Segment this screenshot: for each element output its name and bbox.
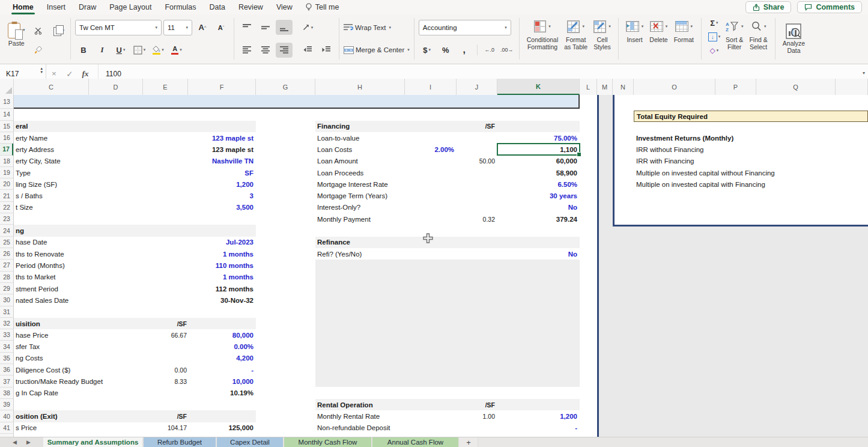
copy-button[interactable]: ▾ — [49, 23, 67, 38]
tabs-next-icon[interactable]: ▶ — [26, 439, 31, 445]
section-header-row-32[interactable]: uisition/SF — [14, 318, 256, 329]
sheet-row-20[interactable]: ling Size (SF)1,200 — [14, 178, 256, 190]
row-header-37[interactable]: 37 — [0, 376, 13, 387]
row-header-39[interactable]: 39 — [0, 399, 13, 410]
wrap-text-button[interactable]: Wrap Text — [355, 24, 386, 31]
font-size-select[interactable]: 11▾ — [163, 20, 192, 35]
row-header-23[interactable]: 23 — [0, 213, 13, 225]
row-header-19[interactable]: 19 — [0, 167, 13, 178]
row-header-40[interactable]: 40 — [0, 410, 13, 422]
format-as-table-button[interactable]: ▾ Format as Table — [561, 16, 590, 52]
tabs-previous-icon[interactable]: ◀ — [13, 439, 17, 445]
fill-color-button[interactable]: ▾ — [150, 43, 166, 58]
accounting-format-button[interactable]: $▾ — [419, 43, 436, 58]
column-header-M[interactable]: M — [597, 79, 613, 95]
column-header-O[interactable]: O — [634, 79, 715, 95]
row-header-21[interactable]: 21 — [0, 190, 13, 201]
tell-me[interactable]: Tell me — [299, 1, 345, 14]
title-band[interactable] — [14, 95, 580, 109]
row-header-17[interactable]: 17 — [0, 144, 13, 155]
row-header-36[interactable]: 36 — [0, 364, 13, 376]
menu-draw[interactable]: Draw — [72, 1, 103, 14]
comma-style-button[interactable]: , — [456, 43, 473, 58]
sheet-row-28[interactable]: ths to Market1 months — [14, 272, 256, 283]
sheet-row-41-mid[interactable]: Non-refundable Deposit- — [315, 422, 580, 434]
underline-button[interactable]: U▾ — [112, 43, 129, 58]
sheet-row-16-mid[interactable]: Loan-to-value75.00% — [315, 132, 580, 144]
sheet-row-38[interactable]: g In Cap Rate10.19% — [14, 388, 256, 399]
returns-line-row-16[interactable]: Investment Returns (Monthly) — [636, 132, 733, 144]
row-header-13[interactable]: 13 — [0, 95, 13, 109]
total-equity-required-box[interactable]: Total Equity Required — [634, 111, 868, 122]
sheet-tab-capex-detail[interactable]: Capex Detail — [217, 437, 283, 447]
column-header-G[interactable]: G — [256, 79, 315, 95]
align-top-button[interactable] — [238, 20, 255, 35]
sort-filter-button[interactable]: AZ ▾ Sort & Filter — [723, 16, 747, 52]
sheet-row-22[interactable]: t Size3,500 — [14, 202, 256, 213]
sheet-row-16[interactable]: erty Name123 maple st — [14, 132, 256, 144]
column-header-C[interactable]: C — [14, 79, 89, 95]
row-header-22[interactable]: 22 — [0, 202, 13, 213]
row-header-35[interactable]: 35 — [0, 353, 13, 364]
sheet-tab-refurb-budget[interactable]: Refurb Budget — [144, 437, 216, 447]
row-header-29[interactable]: 29 — [0, 283, 13, 294]
column-header-J[interactable]: J — [457, 79, 497, 95]
section-header-row-15[interactable]: eral — [14, 121, 256, 132]
borders-button[interactable]: ▾ — [131, 43, 148, 58]
sheet-row-20-mid[interactable]: Mortgage Interest Rate6.50% — [315, 178, 580, 190]
font-color-button[interactable]: A ▾ — [168, 43, 185, 58]
row-header-33[interactable]: 33 — [0, 329, 13, 341]
shrink-font-button[interactable]: Aˇ — [213, 20, 229, 35]
sheet-tab-summary-and-assumptions[interactable]: Summary and Assumptions — [43, 437, 142, 447]
row-header-25[interactable]: 25 — [0, 237, 13, 248]
row-header-41[interactable]: 41 — [0, 422, 13, 434]
section-header-row-39-mid[interactable]: Rental Operation/SF — [315, 399, 580, 410]
paste-dropdown-icon[interactable]: ▾ — [23, 28, 25, 32]
row-header-15[interactable]: 15 — [0, 121, 13, 132]
menu-home[interactable]: Home — [6, 1, 40, 14]
sheet-row-25[interactable]: hase DateJul-2023 — [14, 237, 256, 248]
align-left-button[interactable] — [238, 43, 255, 58]
selected-cell-K17[interactable] — [497, 143, 580, 156]
section-header-row-24[interactable]: ng — [14, 225, 256, 236]
row-header-38[interactable]: 38 — [0, 388, 13, 399]
menu-page-layout[interactable]: Page Layout — [103, 1, 158, 14]
orientation-button[interactable]: ▾ — [299, 20, 316, 35]
formula-bar-expand-icon[interactable]: ▾ — [863, 70, 865, 76]
column-header-D[interactable]: D — [89, 79, 143, 95]
sheet-row-40-mid[interactable]: Monthly Rental Rate1.001,200 — [315, 410, 580, 422]
sheet-row-18[interactable]: erty City, StateNashville TN — [14, 156, 256, 167]
sheet-row-37[interactable]: truction/Make Ready Budget8.3310,000 — [14, 376, 256, 387]
sheet-row-18-mid[interactable]: Loan Amount50.0060,000 — [315, 156, 580, 167]
enter-button[interactable]: ✓ — [62, 69, 77, 79]
sheet-row-23-mid[interactable]: Monthly Payment0.32379.24 — [315, 213, 580, 225]
italic-button[interactable]: I — [94, 43, 111, 58]
sheet-row-36[interactable]: Diligence Cost ($)0.00- — [14, 364, 256, 376]
merge-center-button[interactable]: Merge & Center — [356, 46, 404, 53]
sheet-row-29[interactable]: stment Period112 months — [14, 283, 256, 294]
increase-indent-button[interactable] — [318, 43, 335, 58]
menu-review[interactable]: Review — [232, 1, 270, 14]
section-header-row-25-mid[interactable]: Refinance — [315, 237, 580, 248]
analyze-data-button[interactable]: Analyze Data — [780, 22, 808, 56]
row-header-28[interactable]: 28 — [0, 272, 13, 283]
delete-cells-button[interactable]: ▾ Delete — [646, 16, 670, 45]
insert-cells-button[interactable]: ▾ Insert — [623, 16, 647, 45]
row-header-30[interactable]: 30 — [0, 294, 13, 306]
row-header-24[interactable]: 24 — [0, 225, 13, 236]
section-header-row-40[interactable]: osition (Exit)/SF — [14, 410, 256, 422]
column-header-E[interactable]: E — [143, 79, 188, 95]
sheet-row-33[interactable]: hase Price66.6780,000 — [14, 329, 256, 341]
share-button[interactable]: Share — [745, 1, 792, 13]
returns-line-row-17[interactable]: IRR without Financing — [636, 144, 704, 155]
sheet-row-26-mid[interactable]: Refi? (Yes/No)No — [315, 248, 580, 260]
add-sheet-button[interactable]: + — [460, 437, 478, 447]
format-painter-button[interactable] — [30, 42, 47, 57]
sheet-row-30[interactable]: nated Sales Date30-Nov-32 — [14, 294, 256, 306]
sheet-row-19-mid[interactable]: Loan Proceeds58,900 — [315, 167, 580, 178]
percent-style-button[interactable]: % — [437, 43, 454, 58]
comments-button[interactable]: Comments — [797, 1, 862, 13]
sheet-row-26[interactable]: ths to Renovate1 months — [14, 248, 256, 260]
fill-button[interactable]: ↓▾ — [706, 31, 723, 43]
insert-function-button[interactable]: fx — [77, 69, 93, 79]
